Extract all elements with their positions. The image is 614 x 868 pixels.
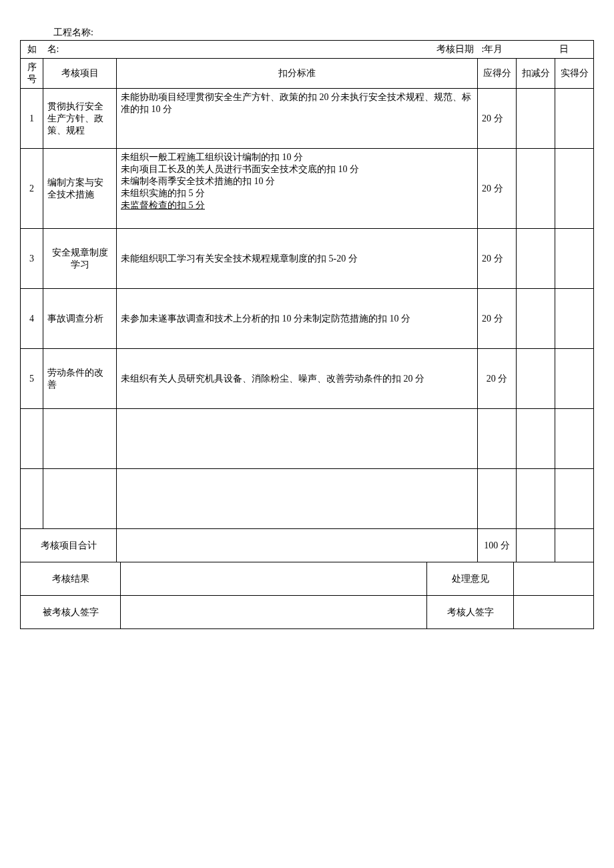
name-prefix: 如 (27, 44, 37, 54)
cell-deduct (517, 89, 555, 149)
total-score: 100 分 (478, 529, 517, 562)
cell-standard: 未组织有关人员研究机具设备、消除粉尘、噪声、改善劳动条件的扣 20 分 (117, 349, 478, 409)
opinion-label: 处理意见 (427, 562, 514, 596)
cell-standard: 未能组织职工学习有关安全技术规程规章制度的扣 5-20 分 (117, 229, 478, 289)
cell-item: 编制方案与安全技术措施 (43, 149, 117, 229)
cell-seq: 4 (21, 289, 43, 349)
cell-should: 20 分 (478, 289, 517, 349)
col-deduct: 扣减分 (517, 59, 555, 89)
col-seq: 序号 (21, 59, 43, 89)
col-item: 考核项目 (43, 59, 117, 89)
cell-item: 贯彻执行安全生产方针、政策、规程 (43, 89, 117, 149)
cell-actual (555, 149, 594, 229)
cell-standard: 未能协助项目经理贯彻安全生产方针、政策的扣 20 分未执行安全技术规程、规范、标… (117, 89, 478, 149)
table-row (21, 409, 594, 469)
name-label: 名: (47, 44, 59, 54)
cell-standard: 未组织一般工程施工组织设计编制的扣 10 分 未向项目工长及的关人员进行书面安全… (117, 149, 478, 229)
cell-should: 20 分 (478, 89, 517, 149)
cell-should: 20 分 (478, 229, 517, 289)
result-label: 考核结果 (21, 562, 121, 596)
date-label: 考核日期 (436, 44, 474, 54)
table-row: 2 编制方案与安全技术措施 未组织一般工程施工组织设计编制的扣 10 分 未向项… (21, 149, 594, 229)
assessment-table: 如 名: 考核日期 :年月 日 序号 考核项目 扣分标准 应得分 扣减分 实得分… (20, 40, 594, 562)
cell-item: 事故调查分析 (43, 289, 117, 349)
table-row: 1 贯彻执行安全生产方针、政策、规程 未能协助项目经理贯彻安全生产方针、政策的扣… (21, 89, 594, 149)
assessee-label: 被考核人签字 (21, 596, 121, 629)
col-should: 应得分 (478, 59, 517, 89)
day-label: 日 (559, 44, 569, 54)
table-row: 5 劳动条件的改善 未组织有关人员研究机具设备、消除粉尘、噪声、改善劳动条件的扣… (21, 349, 594, 409)
cell-actual (555, 89, 594, 149)
cell-should: 20 分 (478, 149, 517, 229)
project-name-label: 工程名称: (53, 27, 594, 39)
cell-item: 安全规章制度学习 (43, 229, 117, 289)
header-row: 序号 考核项目 扣分标准 应得分 扣减分 实得分 (21, 59, 594, 89)
cell-should: 20 分 (478, 349, 517, 409)
table-row (21, 469, 594, 529)
col-standard: 扣分标准 (117, 59, 478, 89)
cell-seq: 5 (21, 349, 43, 409)
cell-seq: 2 (21, 149, 43, 229)
col-actual: 实得分 (555, 59, 594, 89)
cell-seq: 3 (21, 229, 43, 289)
year-month: 年月 (484, 44, 503, 54)
cell-deduct (517, 229, 555, 289)
cell-actual (555, 349, 594, 409)
total-label: 考核项目合计 (21, 529, 117, 562)
cell-actual (555, 289, 594, 349)
assessor-label: 考核人签字 (427, 596, 514, 629)
footer-table: 考核结果 处理意见 被考核人签字 考核人签字 (20, 562, 594, 629)
meta-row: 如 名: 考核日期 :年月 日 (21, 41, 594, 59)
total-row: 考核项目合计 100 分 (21, 529, 594, 562)
cell-deduct (517, 349, 555, 409)
cell-item: 劳动条件的改善 (43, 349, 117, 409)
cell-seq: 1 (21, 89, 43, 149)
cell-deduct (517, 149, 555, 229)
cell-deduct (517, 289, 555, 349)
cell-actual (555, 229, 594, 289)
cell-standard: 未参加未遂事故调查和技术上分析的扣 10 分未制定防范措施的扣 10 分 (117, 289, 478, 349)
table-row: 3 安全规章制度学习 未能组织职工学习有关安全技术规程规章制度的扣 5-20 分… (21, 229, 594, 289)
signature-row: 被考核人签字 考核人签字 (21, 596, 594, 629)
table-row: 4 事故调查分析 未参加未遂事故调查和技术上分析的扣 10 分未制定防范措施的扣… (21, 289, 594, 349)
result-row: 考核结果 处理意见 (21, 562, 594, 596)
